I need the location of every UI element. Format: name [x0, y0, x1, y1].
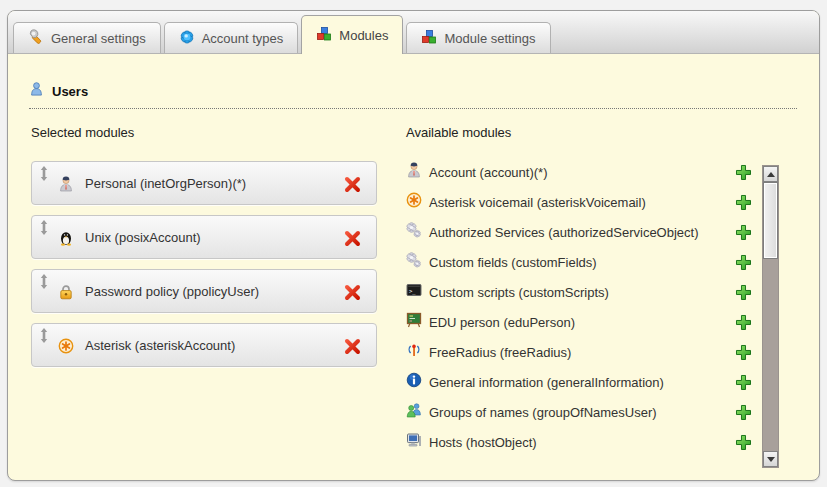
module-label: Custom fields (customFields) — [429, 255, 727, 270]
selected-module-row-unix[interactable]: Unix (posixAccount) — [31, 215, 377, 259]
module-label: Password policy (ppolicyUser) — [85, 270, 259, 312]
selected-modules-column: Selected modules — [31, 125, 377, 457]
red-x-delete-icon[interactable] — [342, 336, 362, 356]
antenna-icon — [406, 342, 422, 362]
selected-module-row-asterisk[interactable]: Asterisk (asteriskAccount) — [31, 323, 377, 367]
available-module-row-edu-person: EDU person (eduPerson) — [406, 307, 752, 337]
available-module-row-asterisk-voicemail: Asterisk voicemail (asteriskVoicemail) — [406, 187, 752, 217]
red-x-delete-icon[interactable] — [342, 282, 362, 302]
modules-icon — [421, 29, 437, 48]
vertical-move-icon[interactable] — [39, 220, 49, 239]
green-plus-add-icon[interactable] — [734, 343, 752, 361]
lock-icon — [58, 284, 74, 304]
green-plus-add-icon[interactable] — [734, 313, 752, 331]
module-label: EDU person (eduPerson) — [429, 315, 727, 330]
module-label: Personal (inetOrgPerson)(*) — [85, 162, 246, 204]
selected-module-row-personal[interactable]: Personal (inetOrgPerson)(*) — [31, 161, 377, 205]
user-icon — [29, 81, 44, 101]
module-label: FreeRadius (freeRadius) — [429, 345, 727, 360]
module-label: Unix (posixAccount) — [85, 216, 201, 258]
module-label: General information (generalInformation) — [429, 375, 727, 390]
available-module-row-account: Account (account)(*) — [406, 157, 752, 187]
tab-label: Modules — [339, 28, 388, 43]
asterisk-icon — [58, 338, 74, 358]
green-plus-add-icon[interactable] — [734, 373, 752, 391]
module-label: Authorized Services (authorizedServiceOb… — [429, 225, 727, 240]
arrow-up-icon — [767, 172, 775, 177]
available-module-row-freeradius: FreeRadius (freeRadius) — [406, 337, 752, 367]
tab-general-settings[interactable]: General settings — [13, 22, 161, 53]
modules-columns: Selected modules — [31, 125, 819, 457]
person-icon — [58, 176, 74, 196]
available-modules-header: Available modules — [406, 125, 752, 140]
person-icon — [406, 162, 422, 182]
tab-modules[interactable]: Modules — [301, 15, 403, 54]
scroll-down-button[interactable] — [763, 451, 778, 467]
vertical-move-icon[interactable] — [39, 166, 49, 185]
selected-module-row-password-policy[interactable]: Password policy (ppolicyUser) — [31, 269, 377, 313]
vertical-move-icon[interactable] — [39, 328, 49, 347]
module-label: Asterisk (asteriskAccount) — [85, 324, 235, 366]
scrollbar-thumb[interactable] — [763, 182, 778, 259]
config-panel: General settings Account types — [7, 10, 820, 481]
module-label: Custom scripts (customScripts) — [429, 285, 727, 300]
modules-icon — [316, 26, 332, 45]
chalkboard-icon — [406, 312, 422, 332]
gears-icon — [406, 252, 422, 272]
available-modules-column: Available modules Account (account)(*) — [406, 125, 752, 457]
users-section-header: Users — [29, 81, 797, 109]
scroll-up-button[interactable] — [763, 166, 778, 182]
computer-icon — [406, 432, 422, 452]
tab-bar: General settings Account types — [8, 11, 819, 54]
available-module-row-hosts: Hosts (hostObject) — [406, 427, 752, 457]
available-module-row-authorized-services: Authorized Services (authorizedServiceOb… — [406, 217, 752, 247]
green-plus-add-icon[interactable] — [734, 283, 752, 301]
available-module-row-custom-scripts: >_ Custom scripts (customScripts) — [406, 277, 752, 307]
available-module-row-general-information: General information (generalInformation) — [406, 367, 752, 397]
available-module-row-groups-of-names: Groups of names (groupOfNamesUser) — [406, 397, 752, 427]
tab-label: Account types — [202, 31, 284, 46]
module-label: Account (account)(*) — [429, 165, 727, 180]
tux-icon — [58, 230, 74, 250]
arrow-down-icon — [767, 457, 775, 462]
terminal-icon: >_ — [406, 282, 422, 302]
tab-label: General settings — [51, 31, 146, 46]
vertical-move-icon[interactable] — [39, 274, 49, 293]
selected-modules-header: Selected modules — [31, 125, 377, 140]
available-modules-scrollbar[interactable] — [762, 165, 779, 468]
green-plus-add-icon[interactable] — [734, 403, 752, 421]
svg-text:>_: >_ — [409, 288, 416, 295]
green-plus-add-icon[interactable] — [734, 223, 752, 241]
green-plus-add-icon[interactable] — [734, 163, 752, 181]
green-plus-add-icon[interactable] — [734, 433, 752, 451]
asterisk-icon — [406, 192, 422, 212]
available-module-row-custom-fields: Custom fields (customFields) — [406, 247, 752, 277]
red-x-delete-icon[interactable] — [342, 228, 362, 248]
tab-module-settings[interactable]: Module settings — [406, 22, 550, 53]
module-label: Hosts (hostObject) — [429, 435, 727, 450]
green-plus-add-icon[interactable] — [734, 253, 752, 271]
module-label: Asterisk voicemail (asteriskVoicemail) — [429, 195, 727, 210]
gears-icon — [406, 222, 422, 242]
module-label: Groups of names (groupOfNamesUser) — [429, 405, 727, 420]
info-icon — [406, 372, 422, 392]
red-x-delete-icon[interactable] — [342, 174, 362, 194]
tab-account-types[interactable]: Account types — [164, 22, 299, 53]
green-plus-add-icon[interactable] — [734, 193, 752, 211]
gear-icon — [179, 29, 195, 48]
group-icon — [406, 402, 422, 422]
tab-label: Module settings — [444, 31, 535, 46]
wrench-icon — [28, 29, 44, 48]
section-title: Users — [52, 84, 88, 99]
